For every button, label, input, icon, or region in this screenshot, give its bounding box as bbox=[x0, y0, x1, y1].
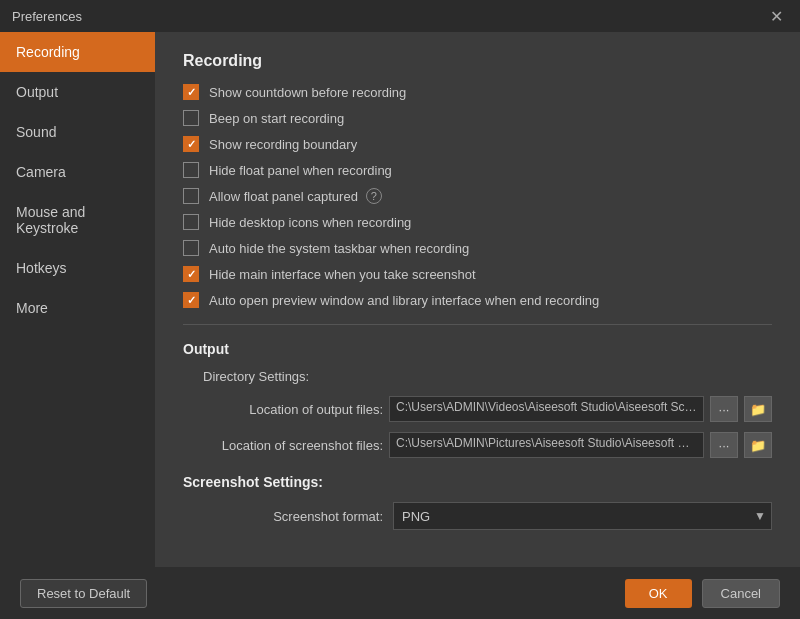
help-icon[interactable]: ? bbox=[366, 188, 382, 204]
output-section-title: Output bbox=[183, 341, 772, 357]
sidebar-item-more[interactable]: More bbox=[0, 288, 155, 328]
checkbox-3[interactable] bbox=[183, 136, 199, 152]
output-files-dots-button[interactable]: ··· bbox=[710, 396, 738, 422]
directory-label: Directory Settings: bbox=[203, 369, 772, 384]
checkbox-row-9: Auto open preview window and library int… bbox=[183, 292, 772, 308]
sidebar: Recording Output Sound Camera Mouse and … bbox=[0, 32, 155, 567]
output-files-label: Location of output files: bbox=[183, 402, 383, 417]
dialog-title: Preferences bbox=[12, 9, 82, 24]
recording-section-title: Recording bbox=[183, 52, 772, 70]
main-content: Recording Output Sound Camera Mouse and … bbox=[0, 32, 800, 567]
folder-icon-2: 📁 bbox=[750, 438, 766, 453]
section-divider bbox=[183, 324, 772, 325]
checkbox-2[interactable] bbox=[183, 110, 199, 126]
screenshot-files-row: Location of screenshot files: C:\Users\A… bbox=[183, 432, 772, 458]
format-row: Screenshot format: PNG JPG BMP GIF ▼ bbox=[183, 502, 772, 530]
screenshot-files-path[interactable]: C:\Users\ADMIN\Pictures\Aiseesoft Studio… bbox=[389, 432, 704, 458]
checkbox-row-5: Allow float panel captured ? bbox=[183, 188, 772, 204]
checkbox-label-1: Show countdown before recording bbox=[209, 85, 406, 100]
checkbox-label-7: Auto hide the system taskbar when record… bbox=[209, 241, 469, 256]
close-button[interactable]: ✕ bbox=[764, 4, 788, 28]
checkbox-row-6: Hide desktop icons when recording bbox=[183, 214, 772, 230]
checkbox-6[interactable] bbox=[183, 214, 199, 230]
checkbox-label-4: Hide float panel when recording bbox=[209, 163, 392, 178]
screenshot-settings-title: Screenshot Settings: bbox=[183, 474, 772, 490]
checkbox-label-5: Allow float panel captured ? bbox=[209, 188, 382, 204]
checkbox-label-8: Hide main interface when you take screen… bbox=[209, 267, 476, 282]
output-files-folder-button[interactable]: 📁 bbox=[744, 396, 772, 422]
checkbox-4[interactable] bbox=[183, 162, 199, 178]
checkbox-label-3: Show recording boundary bbox=[209, 137, 357, 152]
screenshot-files-dots-button[interactable]: ··· bbox=[710, 432, 738, 458]
checkbox-7[interactable] bbox=[183, 240, 199, 256]
footer-right: OK Cancel bbox=[625, 579, 780, 608]
checkbox-row-1: Show countdown before recording bbox=[183, 84, 772, 100]
output-files-path[interactable]: C:\Users\ADMIN\Videos\Aiseesoft Studio\A… bbox=[389, 396, 704, 422]
checkbox-label-9: Auto open preview window and library int… bbox=[209, 293, 599, 308]
checkbox-1[interactable] bbox=[183, 84, 199, 100]
sidebar-item-sound[interactable]: Sound bbox=[0, 112, 155, 152]
sidebar-item-hotkeys[interactable]: Hotkeys bbox=[0, 248, 155, 288]
format-select-wrapper: PNG JPG BMP GIF ▼ bbox=[393, 502, 772, 530]
checkbox-row-7: Auto hide the system taskbar when record… bbox=[183, 240, 772, 256]
checkbox-row-4: Hide float panel when recording bbox=[183, 162, 772, 178]
sidebar-item-camera[interactable]: Camera bbox=[0, 152, 155, 192]
title-bar: Preferences ✕ bbox=[0, 0, 800, 32]
checkbox-5[interactable] bbox=[183, 188, 199, 204]
checkbox-row-3: Show recording boundary bbox=[183, 136, 772, 152]
checkbox-label-2: Beep on start recording bbox=[209, 111, 344, 126]
sidebar-item-mouse-keystroke[interactable]: Mouse and Keystroke bbox=[0, 192, 155, 248]
cancel-button[interactable]: Cancel bbox=[702, 579, 780, 608]
sidebar-item-output[interactable]: Output bbox=[0, 72, 155, 112]
checkbox-row-8: Hide main interface when you take screen… bbox=[183, 266, 772, 282]
format-label: Screenshot format: bbox=[183, 509, 383, 524]
output-section: Output Directory Settings: Location of o… bbox=[183, 341, 772, 458]
format-select[interactable]: PNG JPG BMP GIF bbox=[393, 502, 772, 530]
preferences-dialog: Preferences ✕ Recording Output Sound Cam… bbox=[0, 0, 800, 619]
content-area: Recording Show countdown before recordin… bbox=[155, 32, 800, 567]
screenshot-files-label: Location of screenshot files: bbox=[183, 438, 383, 453]
ok-button[interactable]: OK bbox=[625, 579, 692, 608]
checkbox-9[interactable] bbox=[183, 292, 199, 308]
checkbox-row-2: Beep on start recording bbox=[183, 110, 772, 126]
screenshot-files-folder-button[interactable]: 📁 bbox=[744, 432, 772, 458]
output-files-row: Location of output files: C:\Users\ADMIN… bbox=[183, 396, 772, 422]
checkbox-label-6: Hide desktop icons when recording bbox=[209, 215, 411, 230]
reset-button[interactable]: Reset to Default bbox=[20, 579, 147, 608]
checkbox-8[interactable] bbox=[183, 266, 199, 282]
screenshot-section: Screenshot Settings: Screenshot format: … bbox=[183, 474, 772, 530]
folder-icon: 📁 bbox=[750, 402, 766, 417]
sidebar-item-recording[interactable]: Recording bbox=[0, 32, 155, 72]
footer: Reset to Default OK Cancel bbox=[0, 567, 800, 619]
